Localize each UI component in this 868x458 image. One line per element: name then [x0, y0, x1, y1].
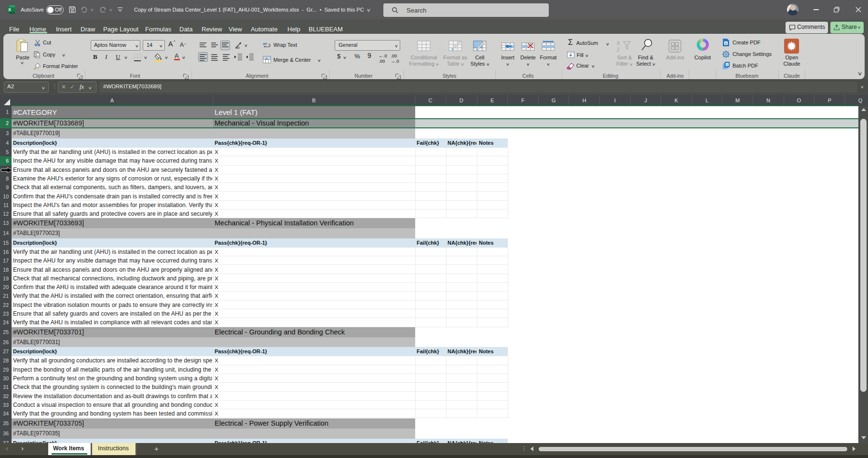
svg-text:Z: Z — [617, 47, 620, 53]
svg-text:X: X — [8, 7, 11, 12]
svg-text:A: A — [617, 41, 620, 46]
svg-text:ab: ab — [263, 42, 267, 46]
svg-text:ab: ab — [235, 45, 240, 49]
